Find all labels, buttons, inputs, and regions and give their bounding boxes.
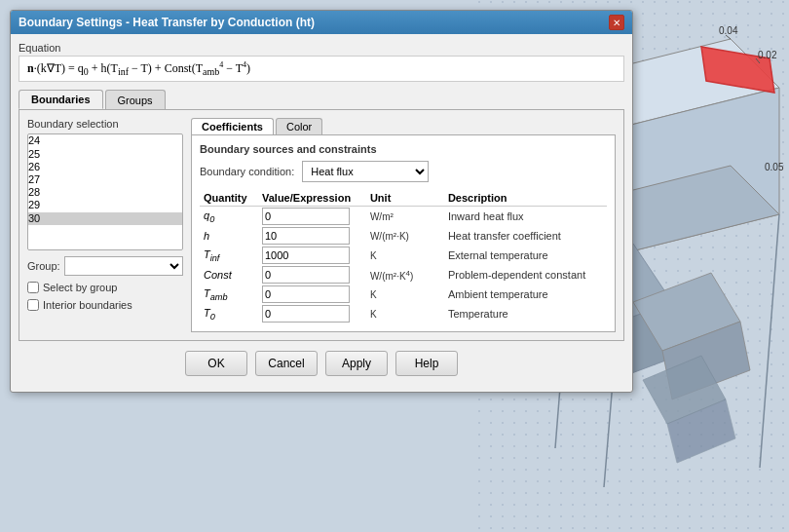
param-tamb-unit: K: [366, 285, 444, 304]
param-tamb-label: Tamb: [200, 285, 258, 304]
dialog-titlebar: Boundary Settings - Heat Transfer by Con…: [11, 11, 632, 34]
left-panel: Boundary selection 24 25 26 27 28 29 30 …: [27, 118, 183, 332]
boundary-item-27[interactable]: 27: [28, 173, 182, 186]
group-label: Group:: [27, 260, 60, 272]
right-panel: Coefficients Color Boundary sources and …: [191, 118, 616, 332]
interior-boundaries-label[interactable]: Interior boundaries: [43, 299, 132, 311]
tab-boundaries[interactable]: Boundaries: [19, 90, 103, 109]
param-const-unit: W/(m²·K4): [366, 265, 444, 285]
param-q0-desc: Inward heat flux: [444, 207, 607, 227]
bc-condition-label: Boundary condition:: [200, 166, 294, 177]
dialog-title: Boundary Settings - Heat Transfer by Con…: [19, 16, 315, 29]
cancel-button[interactable]: Cancel: [255, 351, 318, 376]
dialog-content: Equation n·(k∇T) = q0 + h(Tinf − T) + Co…: [11, 34, 632, 392]
main-tabs: Boundaries Groups: [19, 90, 624, 109]
param-h-unit: W/(m²·K): [366, 226, 444, 246]
boundary-item-25[interactable]: 25: [28, 148, 182, 161]
right-panel-content: Boundary sources and constraints Boundar…: [191, 134, 616, 332]
param-row-t0: T0 K Temperature: [200, 304, 607, 323]
svg-text:0.04: 0.04: [719, 25, 738, 36]
col-unit: Unit: [366, 190, 444, 207]
svg-text:0.05: 0.05: [765, 162, 784, 172]
param-row-q0: q0 W/m² Inward heat flux: [200, 207, 607, 227]
param-t0-desc: Temperature: [444, 304, 607, 323]
param-tamb-input[interactable]: [262, 285, 350, 303]
help-button[interactable]: Help: [395, 351, 458, 376]
select-by-group-label[interactable]: Select by group: [43, 282, 117, 293]
param-h-label: h: [200, 226, 258, 246]
param-t0-input[interactable]: [262, 305, 350, 323]
select-by-group-row: Select by group: [27, 282, 183, 293]
param-q0-unit: W/m²: [366, 207, 444, 227]
apply-button[interactable]: Apply: [325, 351, 388, 376]
boundary-item-30[interactable]: 30: [28, 212, 182, 225]
interior-boundaries-row: Interior boundaries: [27, 299, 183, 311]
boundary-item-28[interactable]: 28: [28, 186, 182, 199]
equation-text: n·(k∇T) = q0 + h(Tinf − T) + Const(Tamb4…: [27, 61, 250, 75]
boundary-item-29[interactable]: 29: [28, 199, 182, 211]
param-tinf-desc: External temperature: [444, 246, 607, 265]
param-t0-unit: K: [366, 304, 444, 323]
boundary-item-26[interactable]: 26: [28, 161, 182, 173]
param-row-const: Const W/(m²·K4) Problem-dependent consta…: [200, 265, 607, 285]
right-tabs: Coefficients Color: [191, 118, 616, 134]
boundary-selection-label: Boundary selection: [27, 118, 183, 130]
param-row-tinf: Tinf K External temperature: [200, 246, 607, 265]
boundary-list[interactable]: 24 25 26 27 28 29 30: [27, 133, 183, 250]
param-const-desc: Problem-dependent constant: [444, 265, 607, 285]
tab-color[interactable]: Color: [276, 118, 322, 134]
svg-text:0.02: 0.02: [758, 50, 777, 60]
equation-section: Equation n·(k∇T) = q0 + h(Tinf − T) + Co…: [19, 42, 624, 82]
param-q0-input[interactable]: [262, 208, 350, 225]
param-tinf-unit: K: [366, 246, 444, 265]
close-button[interactable]: ✕: [609, 15, 624, 30]
tab-coefficients[interactable]: Coefficients: [191, 118, 274, 134]
tab-groups[interactable]: Groups: [105, 90, 166, 109]
col-quantity: Quantity: [200, 190, 258, 207]
equation-label: Equation: [19, 42, 624, 54]
param-const-label: Const: [200, 265, 258, 285]
equation-box: n·(k∇T) = q0 + h(Tinf − T) + Const(Tamb4…: [19, 56, 624, 82]
param-tamb-desc: Ambient temperature: [444, 285, 607, 304]
select-by-group-checkbox[interactable]: [27, 282, 39, 293]
param-row-h: h W/(m²·K) Heat transfer coefficient: [200, 226, 607, 246]
param-h-input[interactable]: [262, 227, 350, 245]
panels-container: Boundary selection 24 25 26 27 28 29 30 …: [19, 109, 624, 341]
params-table: Quantity Value/Expression Unit Descripti…: [200, 190, 607, 323]
ok-button[interactable]: OK: [185, 351, 247, 376]
param-tinf-input[interactable]: [262, 247, 350, 264]
param-row-tamb: Tamb K Ambient temperature: [200, 285, 607, 304]
bc-condition-row: Boundary condition: Heat flux Temperatur…: [200, 161, 607, 182]
buttons-row: OK Cancel Apply Help: [19, 341, 624, 384]
param-h-desc: Heat transfer coefficient: [444, 226, 607, 246]
param-const-input[interactable]: [262, 266, 350, 284]
col-value: Value/Expression: [258, 190, 366, 207]
col-description: Description: [444, 190, 607, 207]
interior-boundaries-checkbox[interactable]: [27, 299, 39, 311]
bc-condition-select[interactable]: Heat flux Temperature Insulation/Symmetr…: [302, 161, 429, 182]
bc-section-title: Boundary sources and constraints: [200, 143, 607, 155]
group-row: Group:: [27, 256, 183, 276]
param-tinf-label: Tinf: [200, 246, 258, 265]
param-q0-label: q0: [200, 207, 258, 227]
param-t0-label: T0: [200, 304, 258, 323]
dialog-window: Boundary Settings - Heat Transfer by Con…: [10, 10, 633, 393]
group-dropdown[interactable]: [64, 256, 183, 276]
boundary-item-24[interactable]: 24: [28, 134, 182, 147]
